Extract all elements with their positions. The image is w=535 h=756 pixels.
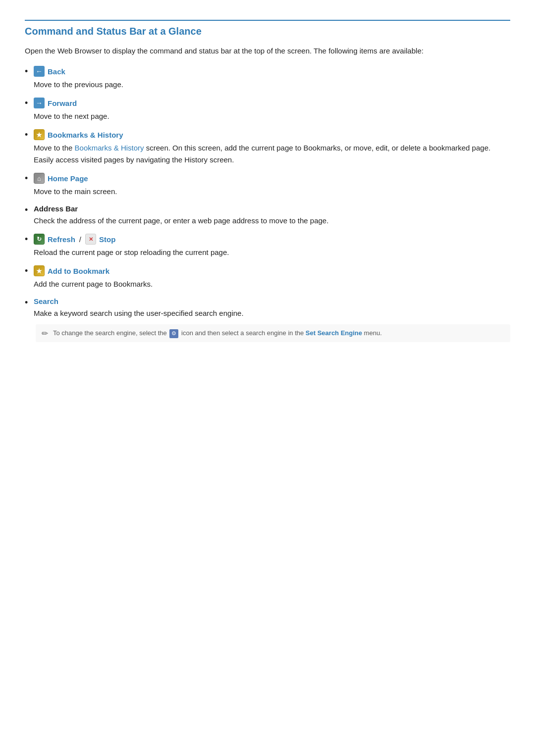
bookmarks-icon: ★ [34, 129, 45, 140]
home-label: Home Page [48, 174, 88, 183]
stop-label: Stop [99, 235, 115, 244]
add-bookmark-icon: ★ [34, 265, 45, 276]
address-bar-description: Check the address of the current page, o… [34, 215, 510, 227]
stop-icon: ✕ [85, 234, 96, 245]
pencil-icon: ✏ [42, 329, 48, 338]
bookmarks-description: Move to the Bookmarks & History screen. … [34, 142, 510, 166]
bookmarks-history-link[interactable]: Bookmarks & History [75, 144, 144, 152]
item-title-add-bookmark: ★ Add to Bookmark [34, 265, 510, 276]
list-item-refresh-stop: ↻ Refresh / ✕ Stop Reload the current pa… [25, 234, 510, 258]
item-title-home: ⌂ Home Page [34, 173, 510, 184]
list-item-home: ⌂ Home Page Move to the main screen. [25, 173, 510, 198]
bookmarks-label: Bookmarks & History [48, 131, 123, 139]
refresh-label: Refresh [48, 235, 75, 244]
list-item-back: ← Back Move to the previous page. [25, 66, 510, 91]
item-title-forward: → Forward [34, 98, 510, 108]
back-label: Back [48, 67, 65, 76]
item-title-address-bar: Address Bar [34, 204, 510, 213]
search-note: ✏ To change the search engine, select th… [36, 324, 510, 342]
back-icon: ← [34, 66, 45, 77]
address-bar-label: Address Bar [34, 204, 78, 213]
refresh-icon: ↻ [34, 234, 45, 245]
list-item-bookmarks: ★ Bookmarks & History Move to the Bookma… [25, 129, 510, 166]
item-title-refresh-stop: ↻ Refresh / ✕ Stop [34, 234, 510, 245]
item-title-search: Search [34, 297, 510, 305]
add-bookmark-label: Add to Bookmark [48, 267, 109, 275]
forward-icon: → [34, 98, 45, 108]
list-item-search: Search Make a keyword search using the u… [25, 297, 510, 342]
forward-label: Forward [48, 99, 77, 107]
forward-description: Move to the next page. [34, 110, 510, 122]
slash-separator: / [79, 235, 81, 244]
list-item-add-bookmark: ★ Add to Bookmark Add the current page t… [25, 265, 510, 290]
refresh-stop-description: Reload the current page or stop reloadin… [34, 247, 510, 258]
search-note-text: To change the search engine, select the … [53, 328, 382, 338]
search-description: Make a keyword search using the user-spe… [34, 307, 510, 319]
list-item-forward: → Forward Move to the next page. [25, 98, 510, 122]
home-icon: ⌂ [34, 173, 45, 184]
item-title-bookmarks: ★ Bookmarks & History [34, 129, 510, 140]
item-title-back: ← Back [34, 66, 510, 77]
page-title: Command and Status Bar at a Glance [25, 20, 510, 37]
intro-text: Open the Web Browser to display the comm… [25, 45, 510, 57]
back-description: Move to the previous page. [34, 79, 510, 91]
list-item-address-bar: Address Bar Check the address of the cur… [25, 204, 510, 227]
set-search-engine-link[interactable]: Set Search Engine [306, 329, 362, 337]
items-list: ← Back Move to the previous page. → Forw… [25, 66, 510, 342]
gear-icon: ⚙ [169, 329, 178, 338]
add-bookmark-description: Add the current page to Bookmarks. [34, 278, 510, 290]
search-label: Search [34, 297, 58, 305]
home-description: Move to the main screen. [34, 186, 510, 198]
